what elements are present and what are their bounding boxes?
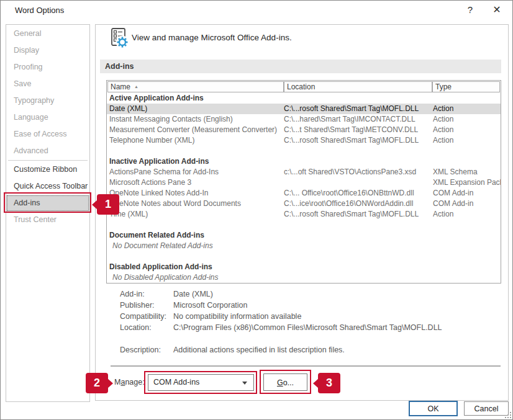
callout-box-add-ins xyxy=(4,192,91,213)
sidebar-item-ease-of-access[interactable]: Ease of Access xyxy=(6,126,89,143)
table-row-actionspane-schema[interactable]: ActionsPane Schema for Add-Ins c:\...oft… xyxy=(107,167,501,177)
ok-button[interactable]: OK xyxy=(409,401,458,416)
sidebar-separator xyxy=(8,160,88,161)
word-options-dialog: Word Options ? ✕ General Display Proofin… xyxy=(0,0,513,420)
detail-row-compatibility: Compatibility: No compatibility informat… xyxy=(120,311,493,322)
add-ins-table: Name▲ Location Type Active Application A… xyxy=(106,80,501,284)
add-ins-gear-icon xyxy=(107,27,130,49)
table-header: Name▲ Location Type xyxy=(107,81,501,93)
sidebar-item-typography[interactable]: Typography xyxy=(6,92,89,109)
sidebar-item-trust-center[interactable]: Trust Center xyxy=(6,212,89,228)
help-icon[interactable]: ? xyxy=(464,4,476,15)
sidebar-item-save[interactable]: Save xyxy=(6,76,89,92)
callout-badge-3: 3 xyxy=(318,373,340,393)
spacer-row xyxy=(107,251,501,262)
window-title: Word Options xyxy=(15,6,64,15)
table-row-onenote-notes-word-documents[interactable]: OneNote Notes about Word Documents C:\..… xyxy=(107,199,501,209)
sidebar-item-general[interactable]: General xyxy=(6,25,89,42)
close-icon[interactable]: ✕ xyxy=(490,4,504,16)
table-row-instant-messaging-contacts[interactable]: Instant Messaging Contacts (English) C:\… xyxy=(107,114,501,125)
cancel-button[interactable]: Cancel xyxy=(464,401,509,416)
callout-badge-1: 1 xyxy=(97,194,119,215)
group-header-inactive: Inactive Application Add-ins xyxy=(107,156,501,167)
group-header-disabled: Disabled Application Add-ins xyxy=(107,262,501,272)
resize-grip[interactable] xyxy=(504,411,512,419)
group-header-document-related: Document Related Add-ins xyxy=(107,230,501,241)
group-header-active: Active Application Add-ins xyxy=(107,93,501,104)
table-row-measurement-converter[interactable]: Measurement Converter (Measurement Conve… xyxy=(107,125,501,135)
manage-label: Manage: xyxy=(114,378,145,386)
sort-ascending-icon: ▲ xyxy=(134,84,138,89)
column-header-name[interactable]: Name▲ xyxy=(107,81,284,92)
callout-arrow-right-icon xyxy=(107,378,113,388)
table-row-onenote-linked-notes[interactable]: OneNote Linked Notes Add-In C:\... Offic… xyxy=(107,188,501,199)
detail-row-publisher: Publisher: Microsoft Corporation xyxy=(120,300,493,311)
detail-row-description: Description: Additional actions specifie… xyxy=(120,344,493,355)
sidebar-item-advanced[interactable]: Advanced xyxy=(6,143,89,159)
add-in-details: Add-in: Date (XML) Publisher: Microsoft … xyxy=(120,288,493,355)
table-row-microsoft-actions-pane-3[interactable]: Microsoft Actions Pane 3 XML Expansion P… xyxy=(107,177,501,188)
callout-box-manage-dropdown xyxy=(144,371,257,394)
callout-arrow-left-icon xyxy=(313,378,319,388)
table-row-date-xml[interactable]: Date (XML) C:\...rosoft Shared\Smart Tag… xyxy=(107,104,501,114)
spacer-row xyxy=(107,220,501,230)
detail-row-add-in: Add-in: Date (XML) xyxy=(120,288,493,300)
callout-box-go-button xyxy=(260,370,311,394)
callout-arrow-left-icon xyxy=(92,200,98,210)
empty-note-disabled: No Disabled Application Add-ins xyxy=(107,272,501,283)
sidebar-item-language[interactable]: Language xyxy=(6,109,89,126)
horizontal-divider xyxy=(111,365,501,367)
sidebar-item-display[interactable]: Display xyxy=(6,42,89,59)
column-header-location[interactable]: Location xyxy=(284,81,432,92)
table-row-telephone-number[interactable]: Telephone Number (XML) C:\...rosoft Shar… xyxy=(107,135,501,146)
callout-badge-2: 2 xyxy=(86,373,108,393)
sidebar: General Display Proofing Save Typography… xyxy=(6,24,90,402)
column-header-type[interactable]: Type xyxy=(432,81,500,92)
detail-row-location: Location: C:\Program Files (x86)\Common … xyxy=(120,322,493,333)
empty-note-document-related: No Document Related Add-ins xyxy=(107,241,501,251)
section-header-add-ins: Add-ins xyxy=(100,60,501,73)
table-row-time-xml[interactable]: Time (XML) C:\...rosoft Shared\Smart Tag… xyxy=(107,209,501,220)
sidebar-item-customize-ribbon[interactable]: Customize Ribbon xyxy=(6,161,89,178)
spacer-row xyxy=(107,146,501,156)
sidebar-item-proofing[interactable]: Proofing xyxy=(6,59,89,76)
page-description: View and manage Microsoft Office Add-ins… xyxy=(132,33,292,42)
